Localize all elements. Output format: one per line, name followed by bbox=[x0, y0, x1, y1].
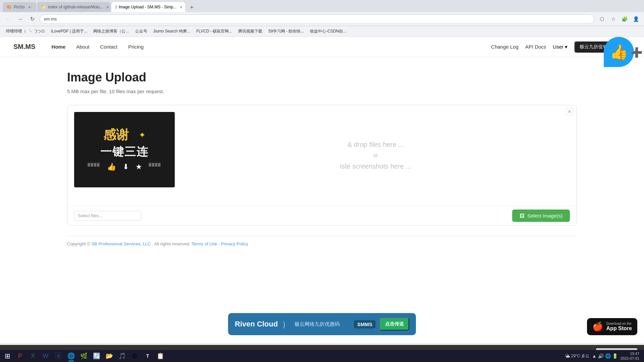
page-subtitle: 5 MB max per file. 10 files max per requ… bbox=[67, 88, 577, 94]
nav-link-contact[interactable]: Contact bbox=[100, 44, 117, 50]
app-store-big-text: App Store bbox=[606, 325, 632, 331]
footer-copyright: Copyright © bbox=[67, 241, 91, 246]
nav-link-about[interactable]: About bbox=[76, 44, 89, 50]
banner-cta-button[interactable]: 点击传送 bbox=[380, 318, 409, 330]
nav-apidocs[interactable]: API Docs bbox=[525, 44, 546, 50]
user-dropdown[interactable]: User ▾ bbox=[553, 44, 568, 50]
tab3-loading bbox=[115, 5, 117, 9]
nav-actions: ⬡ ☆ 🧩 👤 bbox=[597, 14, 641, 24]
taskbar: ⊞ P X W 🇼 🌐 🌿 🔄 📂 🎵 ⚙ T 📋 🌥 29°C 多云 ▲ 🔊 … bbox=[0, 350, 644, 362]
footer-privacy-link[interactable]: Privacy Policy bbox=[221, 241, 248, 246]
reload-button[interactable]: ↻ bbox=[28, 14, 37, 24]
select-files-input[interactable]: Select files... bbox=[74, 211, 141, 221]
drop-files-text: & drop files here ... bbox=[347, 141, 404, 148]
upload-drop-area[interactable]: & drop files here ... or iste screenshot… bbox=[181, 112, 570, 199]
taskbar-date-display: 2022-07-01 bbox=[621, 356, 639, 361]
tab1-favicon: 🎨 bbox=[7, 5, 12, 9]
browser-tab-1[interactable]: 🎨 PicGo ✕ bbox=[3, 2, 36, 12]
upload-container: ✕ 感谢 ✦ 一键三连 ▓▓▓▓ 👍 ⬇ ★ bbox=[67, 105, 577, 226]
bookmark-4[interactable]: Jiumo Search 鸠摩... bbox=[151, 27, 193, 35]
tab2-title: Index of /github-release/Molu... bbox=[48, 5, 103, 9]
image-text1: 感谢 bbox=[103, 128, 129, 142]
image-thumb-icon: 👍 bbox=[107, 163, 116, 171]
profile-icon[interactable]: 👤 bbox=[631, 14, 641, 24]
tab3-close[interactable]: ✕ bbox=[178, 4, 184, 10]
footer-company-link[interactable]: SB Professional Services, LLC bbox=[91, 241, 151, 246]
banner-brand: Riven Cloud bbox=[235, 320, 278, 328]
taskbar-clock[interactable]: 19:47 2022-07-01 bbox=[621, 351, 639, 361]
apple-icon: 🍎 bbox=[592, 321, 603, 332]
tray-temp: 29°C 多云 bbox=[571, 353, 589, 359]
taskbar-settings[interactable]: ⚙ bbox=[129, 350, 141, 362]
bookmark-icon[interactable]: ☆ bbox=[608, 14, 618, 24]
bookmark-5[interactable]: FLVCD - 硕鼠官网... bbox=[194, 27, 235, 35]
nav-link-pricing[interactable]: Pricing bbox=[128, 44, 144, 50]
upload-close-button[interactable]: ✕ bbox=[566, 108, 573, 115]
tray-weather-icon: 🌥 bbox=[565, 353, 570, 359]
taskbar-folder[interactable]: 📂 bbox=[103, 350, 115, 362]
bookmark-0[interactable]: 哔哩哔哩（゜-゜)つロ bbox=[3, 27, 48, 35]
address-bar[interactable]: sm.ms bbox=[40, 14, 594, 24]
taskbar-music[interactable]: 🎵 bbox=[116, 350, 128, 362]
tab2-close[interactable]: ✕ bbox=[105, 4, 110, 10]
site-logo: SM.MS bbox=[13, 43, 36, 51]
taskbar-time-display: 19:47 bbox=[621, 351, 639, 356]
app-store-button[interactable]: 🍎 Download on the App Store bbox=[587, 318, 637, 335]
upload-inner: 感谢 ✦ 一键三连 ▓▓▓▓ 👍 ⬇ ★ ▓▓▓▓ bbox=[67, 105, 577, 206]
tab3-title: Image Upload - SM.MS - Simp... bbox=[119, 5, 177, 9]
system-tray: 🌥 29°C 多云 bbox=[565, 353, 589, 359]
bookmark-2[interactable]: 网络之路博客（公... bbox=[91, 27, 131, 35]
taskbar-clipboard[interactable]: 📋 bbox=[154, 350, 166, 362]
nav-link-home[interactable]: Home bbox=[52, 44, 66, 50]
main-content: Image Upload 5 MB max per file. 10 files… bbox=[0, 57, 644, 265]
banner-ad: Riven Cloud ） 极云网络九折优惠码 SMMS 点击传送 bbox=[228, 313, 416, 335]
taskbar-word[interactable]: W bbox=[40, 350, 52, 362]
select-image-icon: 🖼 bbox=[520, 213, 525, 219]
forward-button[interactable]: → bbox=[15, 14, 25, 24]
taskbar-word2[interactable]: 🇼 bbox=[52, 350, 64, 362]
footer-after-company: . All rights reserved. bbox=[152, 241, 190, 246]
taskbar-excel[interactable]: X bbox=[27, 350, 39, 362]
like-thumb-icon[interactable]: 👍 bbox=[604, 37, 634, 67]
taskbar-right: 🌥 29°C 多云 ▲ 🔊 🌐 🔋 19:47 2022-07-01 bbox=[565, 351, 643, 361]
bookmark-7[interactable]: 59学习网 - 助你快... bbox=[266, 27, 307, 35]
image-icon-lines-right: ▓▓▓▓ bbox=[149, 163, 161, 171]
bookmark-3[interactable]: 公众号 bbox=[132, 27, 150, 35]
taskbar-greenapp[interactable]: 🌿 bbox=[78, 350, 90, 362]
nav-changelog[interactable]: Change Log bbox=[491, 44, 519, 50]
upload-preview: 感谢 ✦ 一键三连 ▓▓▓▓ 👍 ⬇ ★ ▓▓▓▓ bbox=[74, 112, 175, 187]
back-button[interactable]: ← bbox=[3, 14, 13, 24]
image-subtitle: 一键三连 bbox=[100, 145, 149, 159]
footer-terms-link[interactable]: Terms of Use bbox=[192, 241, 217, 246]
taskbar-chrome[interactable]: 🌐 bbox=[65, 350, 77, 362]
image-icons: ▓▓▓▓ 👍 ⬇ ★ ▓▓▓▓ bbox=[88, 163, 161, 171]
bookmark-6[interactable]: 腾讯视频下载 bbox=[235, 27, 265, 35]
taskbar-start[interactable]: ⊞ bbox=[1, 350, 13, 362]
select-image-button[interactable]: 🖼 Select Image(s) bbox=[512, 209, 570, 222]
browser-tab-3[interactable]: Image Upload - SM.MS - Simp... ✕ bbox=[111, 2, 185, 12]
image-down-icon: ⬇ bbox=[123, 163, 129, 171]
new-tab-button[interactable]: + bbox=[187, 3, 197, 12]
banner-code[interactable]: SMMS bbox=[354, 320, 376, 328]
taskbar-text[interactable]: T bbox=[142, 350, 154, 362]
extension-icon[interactable]: 🧩 bbox=[620, 14, 629, 24]
select-image-label: Select Image(s) bbox=[527, 213, 562, 219]
paste-text: iste screenshots here ... bbox=[340, 163, 411, 170]
browser-tab-2[interactable]: 📁 Index of /github-release/Molu... ✕ bbox=[37, 2, 111, 12]
tab1-close[interactable]: ✕ bbox=[27, 4, 32, 10]
bookmark-1[interactable]: iLovePDF | 适用于... bbox=[48, 27, 90, 35]
like-overlay: 👍 ➕ bbox=[600, 37, 644, 70]
image-icon-lines-left: ▓▓▓▓ bbox=[88, 163, 100, 171]
taskbar-powerpoint[interactable]: P bbox=[14, 350, 26, 362]
app-store-small-text: Download on the bbox=[606, 322, 632, 325]
taskbar-refresh[interactable]: 🔄 bbox=[91, 350, 103, 362]
user-label: User bbox=[553, 44, 564, 50]
page-title: Image Upload bbox=[67, 70, 577, 84]
footer-separator: - bbox=[218, 241, 221, 246]
app-store-text: Download on the App Store bbox=[606, 322, 632, 331]
banner-paren: ） bbox=[282, 318, 290, 330]
bookmark-8[interactable]: 收益中心-CSDN创... bbox=[307, 27, 349, 35]
tab1-title: PicGo bbox=[14, 5, 25, 9]
cast-icon[interactable]: ⬡ bbox=[597, 14, 606, 24]
add-icon[interactable]: ➕ bbox=[631, 47, 643, 58]
